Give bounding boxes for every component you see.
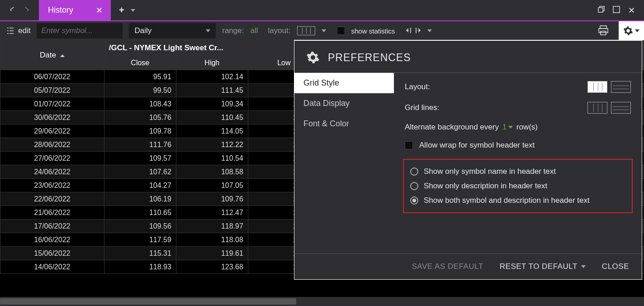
gridlines-horizontal-option[interactable] xyxy=(611,102,631,114)
tab-history[interactable]: History ✕ xyxy=(39,0,111,20)
cell-date: 24/06/2022 xyxy=(0,165,104,179)
column-header[interactable]: Close xyxy=(104,56,176,70)
column-header[interactable]: High xyxy=(176,56,248,70)
cell-date: 21/06/2022 xyxy=(0,206,104,220)
range-label: range: xyxy=(222,26,244,35)
tab-data-display[interactable]: Data Display xyxy=(294,93,394,114)
cell-value: 110.65 xyxy=(104,206,176,220)
cell-value: 110.54 xyxy=(176,152,248,165)
layout-horizontal-option[interactable] xyxy=(611,81,631,93)
layout-vertical-option[interactable] xyxy=(587,81,607,93)
cell-date: 01/07/2022 xyxy=(0,97,104,111)
add-tab-icon[interactable]: + xyxy=(119,5,124,15)
arrows-dropdown-icon[interactable] xyxy=(427,29,432,32)
gridlines-vertical-option[interactable] xyxy=(587,102,607,114)
edit-button[interactable]: edit xyxy=(6,26,30,35)
date-header[interactable]: Date xyxy=(0,41,104,70)
svg-rect-3 xyxy=(599,29,608,33)
cell-date: 22/06/2022 xyxy=(0,192,104,206)
horizontal-scrollbar[interactable] xyxy=(0,297,644,306)
allow-wrap-checkbox[interactable] xyxy=(405,141,413,149)
tab-font-color[interactable]: Font & Color xyxy=(294,114,394,134)
cell-value: 107.05 xyxy=(176,179,248,192)
header-text-radio-group: Show only symbol name in header text Sho… xyxy=(403,159,633,213)
reset-default-button[interactable]: RESET TO DEFAULT xyxy=(500,262,586,271)
cell-value: 123.68 xyxy=(176,260,248,274)
cell-date: 28/06/2022 xyxy=(0,138,104,152)
cell-value: 114.05 xyxy=(176,124,248,138)
interval-select[interactable]: Daily xyxy=(129,23,216,38)
cell-value: 117.59 xyxy=(104,233,176,247)
preferences-title: PREFERENCES xyxy=(328,52,411,64)
cell-date: 15/06/2022 xyxy=(0,247,104,260)
radio-description-only[interactable]: Show only description in header text xyxy=(409,179,626,193)
cell-date: 30/06/2022 xyxy=(0,111,104,124)
preferences-panel: PREFERENCES Grid Style Data Display Font… xyxy=(294,40,642,280)
gear-icon xyxy=(306,51,320,64)
cell-value: 118.93 xyxy=(104,260,176,274)
cell-value: 110.45 xyxy=(176,111,248,124)
cell-value: 112.47 xyxy=(176,206,248,220)
altbg-value[interactable]: 1 xyxy=(502,123,513,131)
radio-symbol-only[interactable]: Show only symbol name in header text xyxy=(409,164,626,179)
layout-dropdown-icon[interactable] xyxy=(322,29,326,32)
cell-value: 112.22 xyxy=(176,138,248,152)
cell-date: 06/07/2022 xyxy=(0,70,104,84)
layout-label: layout: xyxy=(268,26,290,35)
settings-button[interactable] xyxy=(619,21,644,40)
cell-value: 109.34 xyxy=(176,97,248,111)
arrows-horizontal-icon[interactable] xyxy=(406,26,421,36)
cell-value: 102.14 xyxy=(176,70,248,84)
cell-value: 95.91 xyxy=(104,70,176,84)
cell-value: 119.61 xyxy=(176,247,248,260)
maximize-icon[interactable] xyxy=(613,6,620,14)
tab-label: History xyxy=(48,5,73,15)
range-value[interactable]: all xyxy=(250,26,258,35)
cell-value: 118.97 xyxy=(176,220,248,233)
cell-value: 109.57 xyxy=(104,152,176,165)
cell-date: 27/06/2022 xyxy=(0,152,104,165)
cell-value: 111.45 xyxy=(176,84,248,97)
radio-both[interactable]: Show both symbol and description in head… xyxy=(409,193,626,208)
close-tab-icon[interactable]: ✕ xyxy=(96,5,103,15)
layout-pref-label: Layout: xyxy=(405,82,430,91)
allow-wrap-label: Allow wrap for symbol header text xyxy=(419,141,535,150)
svg-rect-1 xyxy=(613,6,620,13)
show-stats-checkbox[interactable] xyxy=(337,27,345,35)
cell-date: 17/06/2022 xyxy=(0,220,104,233)
cell-date: 14/06/2022 xyxy=(0,260,104,274)
layout-option-icon[interactable] xyxy=(297,26,315,35)
cell-value: 104.27 xyxy=(104,179,176,192)
cell-value: 109.56 xyxy=(104,220,176,233)
chevron-down-icon xyxy=(206,29,210,32)
cell-value: 109.78 xyxy=(104,124,176,138)
show-stats-label: show statistics xyxy=(351,27,395,35)
restore-window-icon[interactable] xyxy=(597,6,605,14)
save-default-button[interactable]: SAVE AS DEFAULT xyxy=(412,262,483,271)
cell-value: 115.31 xyxy=(104,247,176,260)
interval-value: Daily xyxy=(134,26,152,35)
cell-value: 118.08 xyxy=(176,233,248,247)
close-preferences-button[interactable]: CLOSE xyxy=(602,262,629,271)
cell-value: 111.76 xyxy=(104,138,176,152)
tab-menu-icon[interactable] xyxy=(131,9,135,12)
sort-asc-icon xyxy=(60,54,65,57)
altbg-prefix: Alternate background every xyxy=(405,123,499,132)
cell-value: 105.76 xyxy=(104,111,176,124)
close-window-icon[interactable]: ✕ xyxy=(628,5,635,15)
cell-date: 29/06/2022 xyxy=(0,124,104,138)
cell-value: 106.19 xyxy=(104,192,176,206)
cell-value: 109.76 xyxy=(176,192,248,206)
chevron-down-icon xyxy=(508,126,513,129)
forward-icon[interactable] xyxy=(22,5,30,15)
cell-value: 108.43 xyxy=(104,97,176,111)
svg-rect-2 xyxy=(600,26,606,29)
gridlines-label: Grid lines: xyxy=(405,103,440,112)
cell-date: 16/06/2022 xyxy=(0,233,104,247)
tab-grid-style[interactable]: Grid Style xyxy=(294,73,394,93)
symbol-input[interactable] xyxy=(37,23,123,38)
back-icon[interactable] xyxy=(9,5,17,15)
edit-label: edit xyxy=(18,26,30,35)
print-icon[interactable] xyxy=(598,25,609,37)
cell-value: 99.50 xyxy=(104,84,176,97)
